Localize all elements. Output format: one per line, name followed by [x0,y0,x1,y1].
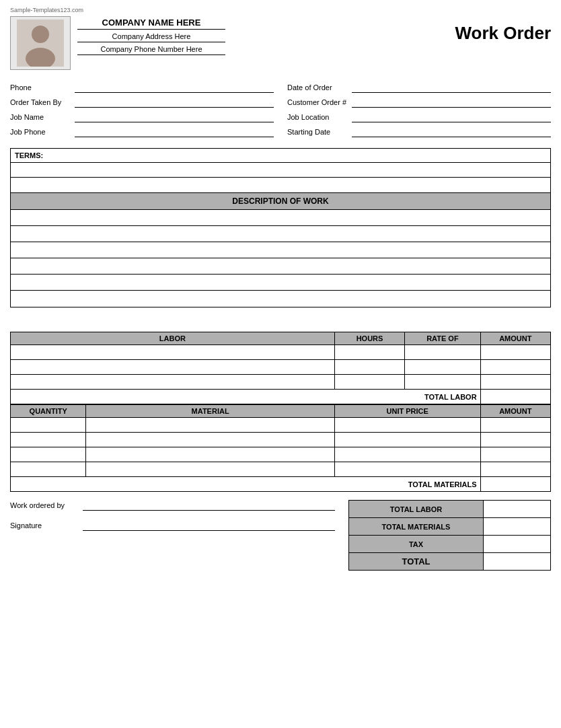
form-right: Date of Order Customer Order # Job Locat… [287,82,551,137]
mat-row-4-amount[interactable] [480,462,550,477]
desc-row-2 [11,226,550,242]
input-job-location[interactable] [352,112,551,122]
materials-total-label: TOTAL MATERIALS [11,477,481,492]
labor-row-3-labor[interactable] [11,375,335,390]
input-order-taken[interactable] [75,97,274,108]
totals-row-tax: TAX [349,536,551,553]
work-ordered-by-input[interactable] [83,500,335,511]
labor-row-2-amount[interactable] [480,360,550,375]
company-phone: Company Phone Number Here [77,45,225,55]
input-date[interactable] [352,82,551,93]
materials-total-value[interactable] [480,477,550,492]
mat-row-2-amount[interactable] [480,433,550,447]
label-date: Date of Order [287,83,348,92]
form-row-job-phone: Job Phone [10,126,274,137]
watermark: Sample-Templates123.com [10,7,551,13]
mat-row-2-unit-price[interactable] [334,433,480,447]
label-job-location: Job Location [287,113,348,121]
labor-row-2-labor[interactable] [11,360,335,375]
labor-col-amount: AMOUNT [480,332,550,345]
labor-row-1-rate[interactable] [405,345,480,360]
mat-row-3-material[interactable] [86,447,334,462]
labor-total-label: TOTAL LABOR [11,390,481,404]
mat-row-1-unit-price[interactable] [334,418,480,433]
work-ordered-by-row: Work ordered by [10,500,335,511]
label-phone: Phone [10,83,71,92]
input-job-phone[interactable] [75,126,274,137]
totals-value-materials[interactable] [484,518,551,536]
input-job-name[interactable] [75,112,274,122]
form-row-date: Date of Order [287,82,551,93]
labor-row-1-hours[interactable] [334,345,404,360]
totals-label-labor: TOTAL LABOR [349,501,484,518]
labor-table: LABOR HOURS RATE OF AMOUNT TOTAL LABOR [10,332,551,404]
labor-total-value[interactable] [480,390,550,404]
signature-input[interactable] [83,520,335,531]
totals-label-tax: TAX [349,536,484,553]
desc-row-4 [11,258,550,275]
form-section: Phone Order Taken By Job Name Job Phone [10,82,551,137]
labor-row-2-rate[interactable] [405,360,480,375]
mat-row-2-material[interactable] [86,433,334,447]
description-header: DESCRIPTION OF WORK [11,193,550,210]
label-starting-date: Starting Date [287,128,348,136]
page-title: Work Order [455,16,551,44]
desc-row-5 [11,275,550,291]
header-left: COMPANY NAME HERE Company Address Here C… [10,16,225,70]
totals-value-total[interactable] [484,553,551,571]
labor-row-1-labor[interactable] [11,345,335,360]
labor-row-2-hours[interactable] [334,360,404,375]
input-customer-order[interactable] [352,97,551,108]
mat-row-1-qty[interactable] [11,418,86,433]
labor-total-row: TOTAL LABOR [11,390,551,404]
mat-col-unit-price: UNIT PRICE [334,405,480,418]
summary-section: Work ordered by Signature TOTAL LABOR TO… [10,500,551,571]
input-starting-date[interactable] [352,126,551,137]
totals-row-total: TOTAL [349,553,551,571]
mat-row-4-material[interactable] [86,462,334,477]
mat-row-1-amount[interactable] [480,418,550,433]
input-phone[interactable] [75,82,274,93]
totals-row-materials: TOTAL MATERIALS [349,518,551,536]
labor-row-3 [11,375,551,390]
mat-row-3-unit-price[interactable] [334,447,480,462]
totals-value-tax[interactable] [484,536,551,553]
mat-row-2 [11,433,551,447]
labor-row-1-amount[interactable] [480,345,550,360]
totals-section: TOTAL LABOR TOTAL MATERIALS TAX TOTAL [348,500,551,571]
mat-row-3-qty[interactable] [11,447,86,462]
labor-row-3-hours[interactable] [334,375,404,390]
mat-row-4-qty[interactable] [11,462,86,477]
mat-row-4 [11,462,551,477]
totals-label-materials: TOTAL MATERIALS [349,518,484,536]
mat-col-qty: QUANTITY [11,405,86,418]
totals-label-total: TOTAL [349,553,484,571]
signature-label: Signature [10,521,77,530]
signature-row: Signature [10,520,335,531]
mat-col-material: MATERIAL [86,405,334,418]
totals-value-labor[interactable] [484,501,551,518]
mat-row-4-unit-price[interactable] [334,462,480,477]
header: COMPANY NAME HERE Company Address Here C… [10,16,551,70]
label-order-taken: Order Taken By [10,98,71,106]
work-ordered-by-label: Work ordered by [10,501,77,509]
form-row-order-taken: Order Taken By [10,97,274,108]
form-row-customer-order: Customer Order # [287,97,551,108]
labor-row-1 [11,345,551,360]
label-job-phone: Job Phone [10,128,71,136]
desc-row-1 [11,210,550,226]
terms-header: TERMS: [11,149,550,163]
form-row-starting-date: Starting Date [287,126,551,137]
company-address: Company Address Here [77,32,225,42]
terms-section: TERMS: [10,148,551,193]
materials-table: QUANTITY MATERIAL UNIT PRICE AMOUNT [10,404,551,492]
mat-row-3-amount[interactable] [480,447,550,462]
form-grid: Phone Order Taken By Job Name Job Phone [10,82,551,137]
mat-row-2-qty[interactable] [11,433,86,447]
materials-total-row: TOTAL MATERIALS [11,477,551,492]
mat-row-1-material[interactable] [86,418,334,433]
labor-row-3-amount[interactable] [480,375,550,390]
labor-col-rate: RATE OF [405,332,480,345]
labor-row-3-rate[interactable] [405,375,480,390]
avatar [10,16,71,70]
